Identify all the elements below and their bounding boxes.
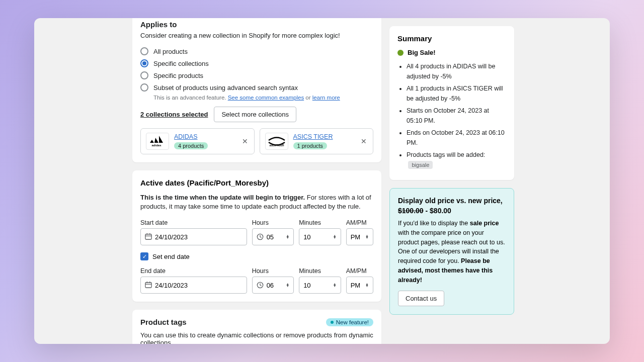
select-more-button[interactable]: Select more collections	[214, 107, 296, 122]
close-icon[interactable]: ✕	[241, 137, 249, 145]
tags-title: Product tags	[140, 318, 187, 326]
collections-selected-row: 2 collections selected Select more colle…	[140, 107, 373, 122]
start-ampm-select[interactable]: PM▲▼	[346, 228, 373, 245]
end-hours-input[interactable]: 06▲▼	[252, 277, 294, 294]
status-dot-icon	[397, 50, 404, 56]
collection-chip-adidas: adidas ADIDAS 4 products ✕	[140, 128, 255, 154]
tag-pill: bigsale	[408, 161, 433, 169]
chevron-updown-icon: ▲▼	[365, 235, 369, 239]
radio-specific-collections[interactable]: Specific collections	[140, 57, 373, 69]
side-column: Summary Big Sale! All 4 products in ADID…	[389, 26, 514, 344]
chevron-updown-icon: ▲▼	[365, 283, 369, 287]
summary-title: Summary	[397, 34, 506, 43]
radio-icon	[140, 83, 148, 92]
summary-item: Starts on October 24, 2023 at 05:10 PM.	[407, 106, 506, 126]
chevron-updown-icon: ▲▼	[333, 283, 337, 287]
active-dates-card: Active dates (Pacific/Port_Moresby) This…	[132, 170, 381, 302]
dates-lead: This is the time when the update will be…	[140, 193, 373, 211]
summary-name-row: Big Sale!	[397, 49, 506, 56]
calendar-icon	[145, 282, 152, 289]
app-window: Applies to Consider creating a new colle…	[34, 18, 610, 344]
adidas-logo: adidas	[146, 133, 169, 150]
start-date-input[interactable]: 24/10/2023	[140, 228, 247, 245]
new-feature-badge: New feature!	[326, 318, 373, 326]
calendar-icon	[145, 233, 152, 240]
product-tags-card: Product tags New feature! You can use th…	[132, 310, 381, 344]
end-row: End date24/10/2023 Hours06▲▼ Minutes10▲▼…	[140, 267, 373, 294]
dates-title: Active dates (Pacific/Port_Moresby)	[140, 178, 373, 187]
svg-marker-2	[159, 136, 163, 143]
radio-icon	[140, 59, 148, 67]
end-minutes-input[interactable]: 10▲▼	[299, 277, 341, 294]
checkbox-icon: ✓	[140, 252, 148, 260]
contact-us-button[interactable]: Contact us	[398, 291, 444, 306]
start-row: Start date24/10/2023 Hours05▲▼ Minutes10…	[140, 219, 373, 245]
svg-rect-5	[145, 234, 151, 240]
radio-all-products[interactable]: All products	[140, 45, 373, 57]
promo-price: $100.00 - $80.00	[398, 207, 506, 215]
collections-selected-link[interactable]: 2 collections selected	[140, 111, 208, 118]
close-icon[interactable]: ✕	[360, 137, 368, 145]
link-common-examples[interactable]: See some common examples	[228, 95, 304, 101]
end-date-input[interactable]: 24/10/2023	[140, 277, 247, 294]
chip-link[interactable]: ASICS TIGER	[293, 133, 355, 140]
start-hours-input[interactable]: 05▲▼	[252, 228, 294, 245]
promo-card: Display old price vs. new price, $100.00…	[389, 188, 514, 315]
summary-item: All 1 products in ASICS TIGER will be ad…	[407, 83, 506, 104]
chevron-updown-icon: ▲▼	[333, 235, 337, 239]
radio-specific-products[interactable]: Specific products	[140, 69, 373, 81]
applies-to-card: Applies to Consider creating a new colle…	[132, 18, 381, 162]
svg-marker-1	[154, 138, 158, 143]
summary-list: All 4 products in ADIDAS will be adjuste…	[397, 61, 506, 170]
applies-subtitle: Consider creating a new collection in Sh…	[140, 32, 373, 39]
radio-icon	[140, 47, 148, 55]
collection-chip-asics: asics TIGER ASICS TIGER 1 products ✕	[260, 128, 374, 154]
clock-icon	[257, 233, 264, 240]
chip-link[interactable]: ADIDAS	[174, 133, 236, 140]
radio-icon	[140, 71, 148, 79]
chip-badge: 1 products	[293, 142, 327, 149]
summary-card: Summary Big Sale! All 4 products in ADID…	[389, 26, 514, 180]
radio-advanced-search[interactable]: Subset of products using advanced search…	[140, 81, 373, 94]
advanced-help: This is an advanced feature. See some co…	[153, 95, 373, 101]
summary-item: All 4 products in ADIDAS will be adjuste…	[407, 61, 506, 81]
link-learn-more[interactable]: learn more	[312, 95, 340, 101]
start-minutes-input[interactable]: 10▲▼	[299, 228, 341, 245]
asics-logo: asics TIGER	[265, 133, 288, 150]
collection-chips: adidas ADIDAS 4 products ✕ asics TIGER A…	[140, 128, 373, 154]
main-column: Applies to Consider creating a new colle…	[132, 18, 381, 344]
tags-body: You can use this to create dynamic colle…	[140, 331, 373, 344]
summary-item: Ends on October 24, 2023 at 06:10 PM.	[407, 128, 506, 148]
chevron-updown-icon: ▲▼	[286, 283, 289, 287]
chevron-updown-icon: ▲▼	[286, 235, 289, 239]
svg-rect-10	[145, 283, 151, 288]
set-end-date-checkbox[interactable]: ✓Set end date	[140, 252, 373, 260]
promo-title: Display old price vs. new price,	[398, 197, 506, 205]
svg-marker-0	[150, 140, 154, 143]
clock-icon	[257, 282, 264, 289]
promo-body: If you'd like to display the sale price …	[398, 219, 506, 285]
svg-text:adidas: adidas	[151, 144, 162, 147]
summary-item-tags: Products tags will be added: bigsale	[407, 150, 506, 170]
applies-title: Applies to	[140, 20, 373, 29]
chip-badge: 4 products	[174, 142, 208, 149]
end-ampm-select[interactable]: PM▲▼	[346, 277, 373, 294]
svg-text:asics TIGER: asics TIGER	[269, 144, 284, 147]
